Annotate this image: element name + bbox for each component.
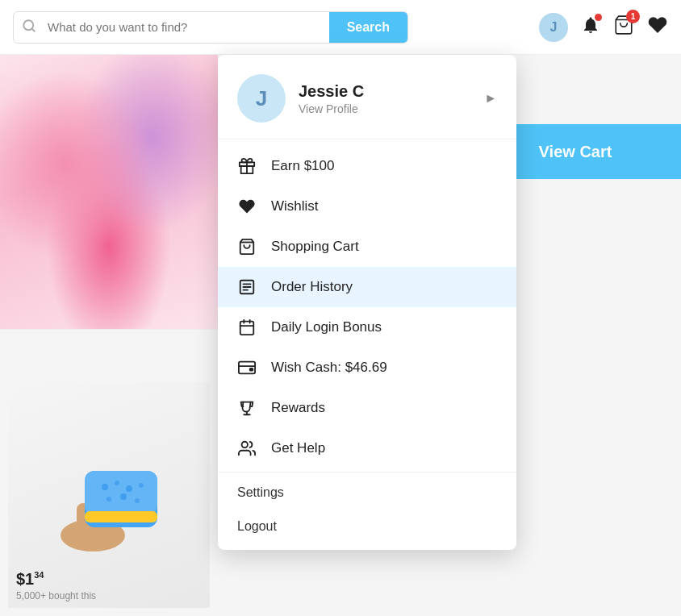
- search-icon: [14, 19, 44, 36]
- svg-rect-25: [239, 362, 255, 374]
- avatar[interactable]: J: [539, 13, 568, 42]
- svg-point-7: [102, 484, 108, 490]
- menu-item-cart-label: Shopping Cart: [271, 239, 359, 255]
- svg-point-10: [139, 483, 144, 488]
- menu-item-wishcash[interactable]: Wish Cash: $46.69: [218, 348, 516, 388]
- menu-item-orders[interactable]: Order History: [218, 267, 516, 307]
- orders-icon: [237, 278, 257, 296]
- people-icon: [237, 439, 257, 457]
- svg-rect-5: [85, 471, 157, 515]
- notification-dot: [595, 14, 602, 21]
- svg-rect-6: [85, 511, 157, 522]
- svg-rect-26: [250, 368, 253, 371]
- svg-point-12: [120, 493, 127, 500]
- menu-item-earn-label: Earn $100: [271, 158, 334, 174]
- menu-item-logout[interactable]: Logout: [218, 510, 516, 543]
- profile-chevron-icon: ►: [484, 91, 497, 106]
- svg-point-13: [135, 498, 140, 503]
- search-bar: Search: [13, 11, 408, 44]
- menu-item-settings[interactable]: Settings: [218, 476, 516, 510]
- product-sold-count: 5,000+ bought this: [16, 590, 96, 601]
- notification-button[interactable]: [581, 15, 600, 40]
- profile-dropdown: J Jessie C View Profile ►: [218, 55, 516, 550]
- main-content: $134 5,000+ bought this View Cart New Vi…: [0, 55, 681, 616]
- profile-info: Jessie C View Profile: [299, 82, 471, 115]
- cart-button[interactable]: 1: [613, 15, 634, 40]
- product-image-2[interactable]: $134 5,000+ bought this: [0, 329, 218, 616]
- menu-item-daily-label: Daily Login Bonus: [271, 319, 382, 335]
- menu-item-daily[interactable]: Daily Login Bonus: [218, 307, 516, 348]
- calendar-icon: [237, 318, 257, 336]
- menu-item-orders-label: Order History: [271, 279, 353, 295]
- menu-item-help-label: Get Help: [271, 440, 325, 456]
- sponge-illustration: [36, 431, 182, 560]
- menu-item-earn[interactable]: Earn $100: [218, 146, 516, 186]
- cart-icon: [237, 238, 257, 256]
- profile-name: Jessie C: [299, 82, 471, 101]
- search-input[interactable]: [44, 12, 329, 42]
- search-button[interactable]: Search: [329, 12, 407, 43]
- products-area: $134 5,000+ bought this: [0, 55, 218, 616]
- svg-point-9: [126, 485, 132, 492]
- menu-item-wishlist-label: Wishlist: [271, 198, 319, 214]
- svg-point-8: [115, 481, 119, 485]
- menu-item-wishcash-label: Wish Cash: $46.69: [271, 360, 387, 376]
- menu-item-help[interactable]: Get Help: [218, 428, 516, 468]
- product-image-1[interactable]: [0, 55, 218, 329]
- cart-badge: 1: [626, 10, 640, 23]
- profile-section[interactable]: J Jessie C View Profile ►: [218, 55, 516, 139]
- menu-items-list: Earn $100 Wishlist: [218, 139, 516, 550]
- menu-divider: [218, 472, 516, 472]
- header: Search J 1: [0, 0, 681, 55]
- heart-icon: [237, 198, 257, 215]
- product-price: $134 5,000+ bought this: [16, 570, 96, 601]
- gift-icon: [237, 157, 257, 175]
- product-image-1-decoration: [0, 55, 218, 329]
- menu-item-cart[interactable]: Shopping Cart: [218, 227, 516, 267]
- menu-item-wishlist[interactable]: Wishlist: [218, 186, 516, 227]
- header-icons: J 1: [539, 13, 668, 42]
- wallet-icon: [237, 359, 257, 377]
- menu-item-rewards-label: Rewards: [271, 400, 325, 416]
- svg-rect-21: [240, 322, 254, 335]
- profile-avatar: J: [237, 74, 286, 123]
- svg-line-1: [31, 28, 34, 31]
- trophy-icon: [237, 399, 257, 417]
- view-profile-link[interactable]: View Profile: [299, 102, 471, 115]
- menu-item-rewards[interactable]: Rewards: [218, 388, 516, 428]
- wishlist-heart-button[interactable]: [647, 15, 668, 40]
- svg-point-11: [107, 497, 111, 502]
- svg-point-28: [242, 442, 248, 447]
